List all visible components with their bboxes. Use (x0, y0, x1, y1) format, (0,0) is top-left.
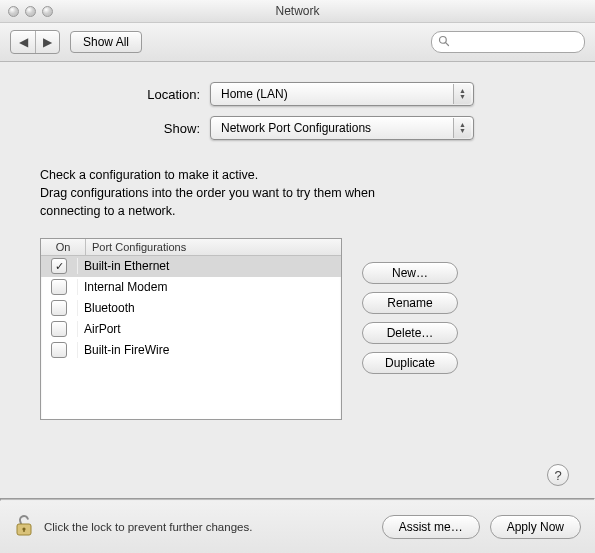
forward-button[interactable]: ▶ (35, 31, 59, 53)
show-value: Network Port Configurations (221, 121, 371, 135)
list-header: On Port Configurations (41, 239, 341, 256)
duplicate-button[interactable]: Duplicate (362, 352, 458, 374)
lock-button[interactable] (14, 514, 34, 541)
header-on[interactable]: On (41, 239, 86, 255)
table-row[interactable]: Internal Modem (41, 277, 341, 298)
apply-now-button[interactable]: Apply Now (490, 515, 581, 539)
show-label: Show: (30, 121, 200, 136)
location-row: Location: Home (LAN) ▲▼ (30, 82, 565, 106)
list-body: ✓Built-in EthernetInternal ModemBluetoot… (41, 256, 341, 419)
double-arrow-icon: ▲▼ (453, 118, 471, 138)
assist-me-button[interactable]: Assist me… (382, 515, 480, 539)
enable-checkbox[interactable]: ✓ (51, 258, 67, 274)
header-name[interactable]: Port Configurations (86, 239, 341, 255)
row-on-cell (41, 342, 78, 358)
network-preferences-window: Network ◀ ▶ Show All Location: Home (LAN… (0, 0, 595, 553)
row-on-cell (41, 279, 78, 295)
window-controls (8, 6, 53, 17)
instructions-text: Check a configuration to make it active.… (40, 166, 565, 220)
close-window-button[interactable] (8, 6, 19, 17)
title-bar: Network (0, 0, 595, 23)
unlocked-lock-icon (14, 514, 34, 541)
row-on-cell (41, 321, 78, 337)
row-name: Built-in Ethernet (78, 259, 341, 273)
help-icon: ? (554, 468, 561, 483)
show-row: Show: Network Port Configurations ▲▼ (30, 116, 565, 140)
footer: Click the lock to prevent further change… (0, 501, 595, 553)
window-title: Network (0, 4, 595, 18)
back-button[interactable]: ◀ (11, 31, 35, 53)
location-value: Home (LAN) (221, 87, 288, 101)
nav-segmented: ◀ ▶ (10, 30, 60, 54)
double-arrow-icon: ▲▼ (453, 84, 471, 104)
new-button[interactable]: New… (362, 262, 458, 284)
search-input[interactable] (454, 35, 578, 49)
triangle-left-icon: ◀ (19, 35, 28, 49)
configurations-area: On Port Configurations ✓Built-in Etherne… (40, 238, 565, 420)
content-area: Location: Home (LAN) ▲▼ Show: Network Po… (0, 62, 595, 498)
delete-button[interactable]: Delete… (362, 322, 458, 344)
table-row[interactable]: Built-in FireWire (41, 340, 341, 361)
instructions-line: Check a configuration to make it active. (40, 166, 565, 184)
search-field[interactable] (431, 31, 585, 53)
help-button[interactable]: ? (547, 464, 569, 486)
table-row[interactable]: Bluetooth (41, 298, 341, 319)
table-row[interactable]: ✓Built-in Ethernet (41, 256, 341, 277)
location-popup[interactable]: Home (LAN) ▲▼ (210, 82, 474, 106)
show-popup[interactable]: Network Port Configurations ▲▼ (210, 116, 474, 140)
zoom-window-button[interactable] (42, 6, 53, 17)
location-label: Location: (30, 87, 200, 102)
svg-line-1 (446, 42, 449, 45)
enable-checkbox[interactable] (51, 279, 67, 295)
enable-checkbox[interactable] (51, 300, 67, 316)
toolbar: ◀ ▶ Show All (0, 23, 595, 62)
port-configurations-list[interactable]: On Port Configurations ✓Built-in Etherne… (40, 238, 342, 420)
enable-checkbox[interactable] (51, 321, 67, 337)
svg-rect-4 (23, 529, 24, 532)
instructions-line: Drag configurations into the order you w… (40, 184, 565, 202)
enable-checkbox[interactable] (51, 342, 67, 358)
triangle-right-icon: ▶ (43, 35, 52, 49)
row-on-cell: ✓ (41, 258, 78, 274)
show-all-button[interactable]: Show All (70, 31, 142, 53)
row-name: Bluetooth (78, 301, 341, 315)
table-row[interactable]: AirPort (41, 319, 341, 340)
minimize-window-button[interactable] (25, 6, 36, 17)
row-name: Built-in FireWire (78, 343, 341, 357)
instructions-line: connecting to a network. (40, 202, 565, 220)
lock-text: Click the lock to prevent further change… (44, 521, 252, 533)
row-on-cell (41, 300, 78, 316)
search-icon (438, 35, 450, 50)
row-name: Internal Modem (78, 280, 341, 294)
list-side-buttons: New… Rename Delete… Duplicate (362, 238, 458, 420)
rename-button[interactable]: Rename (362, 292, 458, 314)
row-name: AirPort (78, 322, 341, 336)
